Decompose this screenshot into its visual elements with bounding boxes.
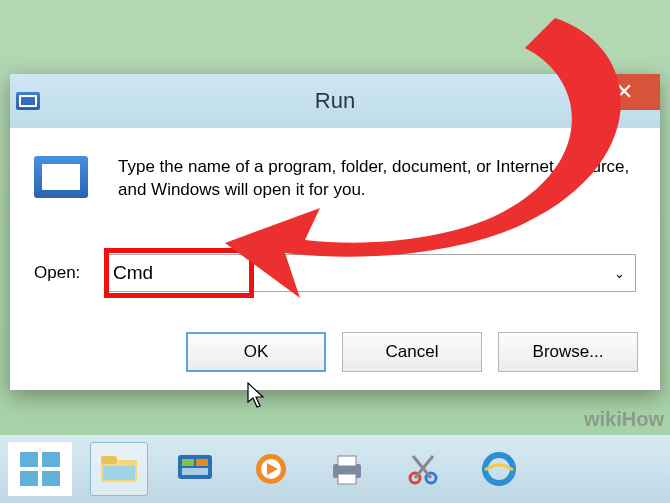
- open-combobox[interactable]: Cmd ⌄: [104, 254, 636, 292]
- button-row: OK Cancel Browse...: [10, 332, 660, 372]
- run-titlebar-icon: [16, 92, 40, 110]
- svg-line-14: [415, 456, 433, 478]
- ok-button[interactable]: OK: [186, 332, 326, 372]
- dialog-title: Run: [315, 88, 355, 114]
- dialog-body: Type the name of a program, folder, docu…: [10, 128, 660, 328]
- taskbar-item-internet-explorer[interactable]: [470, 442, 528, 496]
- close-button[interactable]: ✕: [588, 74, 660, 110]
- taskbar-item-snipping-tool[interactable]: [394, 442, 452, 496]
- open-value: Cmd: [113, 262, 153, 284]
- svg-line-15: [413, 456, 431, 478]
- printer-icon: [327, 452, 367, 486]
- taskbar-item-file-explorer[interactable]: [90, 442, 148, 496]
- browse-button[interactable]: Browse...: [498, 332, 638, 372]
- svg-rect-10: [338, 456, 356, 466]
- cancel-button[interactable]: Cancel: [342, 332, 482, 372]
- svg-rect-4: [182, 459, 194, 466]
- titlebar[interactable]: Run ✕: [10, 74, 660, 128]
- monitor-icon: [175, 452, 215, 486]
- close-icon: ✕: [615, 79, 633, 105]
- svg-rect-5: [196, 459, 208, 466]
- svg-rect-1: [101, 456, 117, 464]
- start-button[interactable]: [8, 442, 72, 496]
- chevron-down-icon[interactable]: ⌄: [614, 266, 625, 281]
- open-row: Open: Cmd ⌄: [34, 254, 636, 292]
- taskbar-item-media-player[interactable]: [242, 442, 300, 496]
- svg-rect-6: [182, 468, 208, 475]
- svg-rect-11: [338, 474, 356, 484]
- svg-rect-3: [178, 455, 212, 479]
- scissors-icon: [403, 452, 443, 486]
- taskbar-item-printer[interactable]: [318, 442, 376, 496]
- watermark: wikiHow: [584, 408, 664, 431]
- cursor-icon: [246, 382, 268, 410]
- instructions-text: Type the name of a program, folder, docu…: [118, 156, 636, 202]
- taskbar-item-system-health[interactable]: [166, 442, 224, 496]
- svg-rect-2: [103, 466, 135, 480]
- run-dialog: Run ✕ Type the name of a program, folder…: [10, 74, 660, 390]
- taskbar: [0, 435, 670, 503]
- internet-explorer-icon: [479, 452, 519, 486]
- open-label: Open:: [34, 263, 104, 283]
- file-explorer-icon: [99, 452, 139, 486]
- media-player-icon: [251, 452, 291, 486]
- run-icon: [34, 156, 88, 198]
